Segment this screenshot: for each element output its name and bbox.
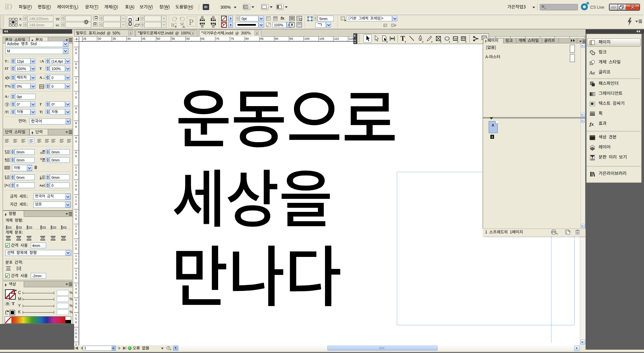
svg-text:fx: fx (590, 121, 594, 127)
svg-text:A: A (6, 184, 8, 187)
svg-text:1: 1 (75, 166, 77, 169)
svg-text:1: 1 (75, 328, 77, 331)
svg-text:6: 6 (75, 48, 77, 51)
svg-text:7: 7 (75, 92, 77, 95)
svg-text:1: 1 (75, 214, 77, 217)
svg-text:0: 0 (75, 291, 77, 294)
svg-text:60: 60 (186, 37, 190, 40)
svg-text:8: 8 (75, 107, 77, 110)
svg-text:2: 2 (75, 228, 77, 232)
svg-text:5: 5 (75, 217, 77, 221)
svg-text:1: 1 (75, 225, 77, 228)
svg-text:30: 30 (98, 37, 101, 40)
svg-text:7: 7 (75, 77, 77, 80)
svg-text:35: 35 (113, 37, 116, 40)
svg-text:5: 5 (75, 188, 77, 191)
svg-text:1: 1 (75, 254, 77, 258)
svg-text:Aa: Aa (39, 184, 43, 187)
svg-text:0: 0 (75, 110, 77, 114)
svg-text:5: 5 (75, 125, 77, 128)
svg-text:45: 45 (142, 37, 145, 40)
svg-text:55: 55 (172, 37, 175, 40)
svg-text:5: 5 (75, 332, 77, 335)
svg-text:105: 105 (319, 37, 324, 40)
svg-text:1: 1 (75, 313, 77, 317)
svg-text:0: 0 (75, 203, 77, 206)
svg-text:A: A (5, 76, 7, 80)
svg-text:0: 0 (75, 262, 77, 265)
svg-text:4: 4 (75, 287, 77, 291)
svg-text:1: 1 (75, 284, 77, 287)
svg-text:5: 5 (75, 335, 77, 339)
svg-text:0: 0 (75, 81, 77, 84)
svg-text:5: 5 (75, 154, 77, 158)
svg-text:3: 3 (75, 273, 77, 276)
svg-text:Aa: Aa (589, 70, 595, 75)
svg-text:9: 9 (75, 136, 77, 139)
svg-text:5: 5 (75, 66, 77, 69)
svg-text:1: 1 (75, 210, 77, 213)
svg-text:85: 85 (260, 37, 264, 40)
svg-text:100: 100 (305, 37, 310, 40)
svg-text:70: 70 (216, 37, 219, 40)
svg-text:1: 1 (75, 298, 77, 302)
svg-text:1: 1 (75, 181, 77, 184)
svg-text:110: 110 (334, 37, 339, 40)
svg-text:V: V (8, 76, 10, 80)
svg-text:1: 1 (75, 269, 77, 272)
svg-text:6: 6 (75, 62, 77, 66)
svg-text:3: 3 (75, 258, 77, 261)
svg-text:1: 1 (75, 240, 77, 243)
svg-text:50: 50 (157, 37, 160, 40)
svg-text:5: 5 (75, 96, 77, 99)
svg-text:1: 1 (75, 199, 77, 202)
svg-text:5: 5 (75, 276, 77, 280)
svg-text:75: 75 (231, 37, 234, 40)
svg-text:8: 8 (75, 121, 77, 125)
svg-text:0: 0 (75, 51, 77, 55)
svg-text:2: 2 (75, 243, 77, 247)
svg-text:0: 0 (75, 173, 77, 176)
svg-text:0: 0 (75, 169, 77, 173)
svg-text:25: 25 (83, 37, 87, 40)
svg-text:1: 1 (75, 343, 77, 345)
svg-text:9: 9 (75, 151, 77, 154)
svg-text:95: 95 (290, 37, 293, 40)
svg-text:115: 115 (349, 37, 353, 40)
svg-text:5: 5 (75, 247, 77, 250)
svg-text:0: 0 (75, 184, 77, 188)
svg-text:T: T (6, 103, 8, 106)
svg-text:90: 90 (275, 37, 278, 40)
svg-text:5: 5 (75, 317, 77, 320)
svg-text:0: 0 (75, 321, 77, 324)
svg-text:0: 0 (75, 232, 77, 235)
svg-text:1: 1 (75, 195, 77, 199)
svg-text:40: 40 (127, 37, 131, 40)
svg-text:4: 4 (75, 302, 77, 305)
svg-text:80: 80 (246, 37, 249, 40)
svg-text:0: 0 (75, 140, 77, 143)
svg-text:65: 65 (201, 37, 204, 40)
svg-text:5: 5 (75, 306, 77, 309)
